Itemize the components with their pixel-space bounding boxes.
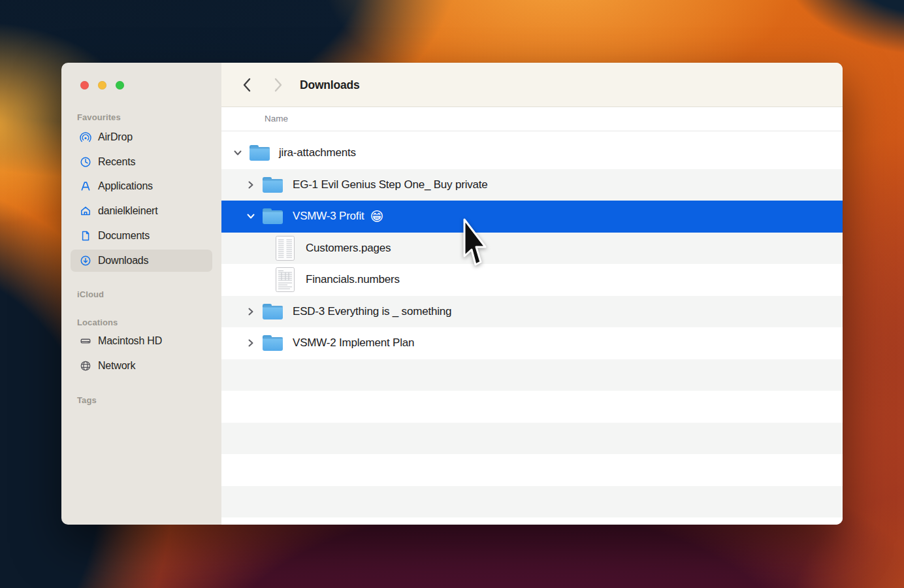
sidebar-section-label: iCloud	[77, 289, 104, 299]
sidebar-item-label: Applications	[98, 180, 153, 192]
file-list: jira-attachmentsEG-1 Evil Genius Step On…	[221, 131, 843, 525]
folder-icon	[249, 144, 270, 162]
file-row[interactable]: VSMW-3 Profit😁	[221, 201, 843, 233]
sidebar-item-applications[interactable]: Applications	[71, 175, 212, 197]
numbers-document-icon	[276, 267, 295, 292]
disclosure-collapsed-icon[interactable]	[246, 180, 255, 189]
sidebar-section-label: Locations	[77, 318, 118, 327]
name-column-header[interactable]: Name	[265, 107, 288, 131]
file-name: Customers.pages	[306, 233, 391, 265]
window-title: Downloads	[300, 63, 360, 107]
minimize-button[interactable]	[98, 81, 106, 90]
document-icon	[80, 230, 91, 242]
sidebar-item-recents[interactable]: Recents	[71, 151, 212, 173]
sidebar-item-label: Documents	[98, 230, 150, 242]
empty-row	[221, 391, 843, 423]
file-row[interactable]: Financials.numbers	[221, 264, 843, 296]
folder-icon	[262, 176, 283, 193]
sidebar-item-label: Recents	[98, 156, 135, 168]
sidebar-item-danielkleinert[interactable]: danielkleinert	[71, 200, 212, 222]
toolbar: Downloads	[221, 63, 843, 107]
file-name: VSMW-3 Profit😁	[293, 201, 383, 233]
airdrop-icon	[80, 131, 91, 143]
sidebar-section-label: Favourites	[77, 112, 121, 122]
file-name: jira-attachments	[279, 137, 356, 169]
folder-icon	[262, 335, 283, 352]
finder-window: FavouritesAirDropRecentsApplicationsdani…	[61, 63, 843, 525]
file-row[interactable]: EG-1 Evil Genius Step One_ Buy private	[221, 169, 843, 201]
folder-icon	[262, 208, 283, 225]
pages-document-icon	[276, 236, 295, 261]
empty-row	[221, 454, 843, 486]
file-name: EG-1 Evil Genius Step One_ Buy private	[293, 169, 488, 201]
file-row[interactable]: jira-attachments	[221, 137, 843, 169]
clock-icon	[80, 156, 91, 168]
empty-row	[221, 423, 843, 455]
sidebar-item-label: Macintosh HD	[98, 335, 162, 347]
content-pane: Downloads Name jira-attachmentsEG-1 Evil…	[221, 63, 843, 525]
sidebar-item-downloads[interactable]: Downloads	[71, 250, 212, 272]
home-icon	[80, 205, 91, 217]
sidebar-section-label: Tags	[77, 395, 97, 405]
disclosure-expanded-icon[interactable]	[246, 212, 255, 221]
disclosure-collapsed-icon[interactable]	[246, 307, 255, 316]
disclosure-collapsed-icon[interactable]	[246, 338, 255, 348]
disclosure-expanded-icon[interactable]	[233, 148, 242, 157]
sidebar-item-label: danielkleinert	[98, 205, 157, 217]
globe-icon	[80, 360, 91, 372]
file-name: ESD-3 Everything is _ something	[293, 296, 451, 328]
sidebar-item-documents[interactable]: Documents	[71, 225, 212, 247]
hard-drive-icon	[80, 335, 91, 347]
sidebar-item-macintosh-hd[interactable]: Macintosh HD	[71, 330, 212, 352]
file-name: VSMW-2 Implement Plan	[293, 327, 414, 359]
file-row[interactable]: Customers.pages	[221, 233, 843, 265]
empty-row	[221, 359, 843, 391]
grinning-emoji: 😁	[370, 209, 384, 223]
sidebar-item-label: Downloads	[98, 255, 148, 267]
sidebar-item-label: AirDrop	[98, 131, 133, 143]
zoom-button[interactable]	[116, 81, 124, 90]
file-row[interactable]: ESD-3 Everything is _ something	[221, 296, 843, 328]
download-circle-icon	[80, 255, 91, 267]
back-button[interactable]	[242, 77, 251, 93]
empty-row	[221, 486, 843, 518]
applications-icon	[80, 180, 91, 192]
close-button[interactable]	[80, 81, 89, 90]
file-name: Financials.numbers	[306, 264, 400, 296]
sidebar-item-airdrop[interactable]: AirDrop	[71, 126, 212, 148]
sidebar-item-network[interactable]: Network	[71, 355, 212, 377]
column-header-row: Name	[221, 107, 843, 131]
sidebar: FavouritesAirDropRecentsApplicationsdani…	[61, 63, 221, 525]
sidebar-item-label: Network	[98, 360, 135, 372]
file-row[interactable]: VSMW-2 Implement Plan	[221, 327, 843, 359]
folder-icon	[262, 302, 283, 320]
forward-button[interactable]	[274, 77, 283, 93]
